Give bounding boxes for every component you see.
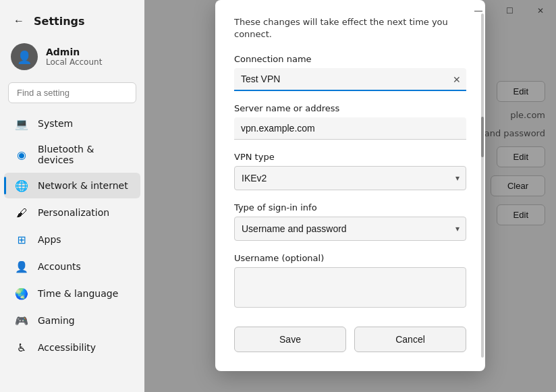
sidebar-item-label-accounts: Accounts [38, 261, 81, 272]
personalization-icon: 🖌 [15, 206, 28, 219]
sidebar-item-label-time: Time & language [38, 288, 118, 299]
gaming-icon: 🎮 [15, 314, 28, 327]
username-group: Username (optional) [234, 253, 466, 310]
vpn-type-group: VPN type IKEv2 PPTP L2TP/IPsec with cert… [234, 152, 466, 190]
save-button[interactable]: Save [234, 327, 346, 352]
cancel-button[interactable]: Cancel [354, 327, 466, 352]
avatar-icon: 👤 [17, 50, 32, 64]
time-icon: 🌏 [15, 287, 28, 300]
vpn-modal: These changes will take effect the next … [215, 0, 485, 371]
sidebar-item-label-gaming: Gaming [38, 315, 75, 326]
accounts-icon: 👤 [15, 260, 28, 273]
scrollbar-track[interactable] [481, 13, 484, 358]
username-input[interactable] [234, 267, 466, 308]
sidebar-item-label-apps: Apps [38, 234, 61, 245]
signin-label: Type of sign-in info [234, 202, 466, 213]
scrollbar-thumb [481, 117, 484, 157]
search-input[interactable] [8, 82, 136, 103]
back-button[interactable]: ← [11, 12, 27, 30]
signin-select[interactable]: Username and password Certificate One-ti… [234, 217, 466, 241]
main-content: — ☐ ✕ Edit ple.com e and password Edit C… [144, 0, 556, 392]
server-name-input[interactable] [234, 117, 466, 140]
user-info: Admin Local Account [46, 47, 102, 67]
sidebar-title: Settings [34, 15, 85, 28]
bluetooth-icon: ◉ [15, 148, 28, 161]
sidebar-item-gaming[interactable]: 🎮 Gaming [4, 308, 140, 333]
network-icon: 🌐 [15, 179, 28, 192]
server-name-label: Server name or address [234, 103, 466, 113]
back-icon: ← [13, 15, 24, 27]
user-subtitle: Local Account [46, 57, 102, 67]
vpn-type-wrapper: IKEv2 PPTP L2TP/IPsec with certificate S… [234, 166, 466, 190]
user-name: Admin [46, 47, 102, 57]
avatar: 👤 [11, 43, 38, 70]
connection-name-label: Connection name [234, 54, 466, 64]
modal-actions: Save Cancel [234, 327, 466, 352]
sidebar-item-system[interactable]: 💻 System [4, 111, 140, 136]
sidebar-item-label-accessibility: Accessibility [38, 342, 96, 353]
connection-name-wrapper: ✕ [234, 68, 466, 91]
minimize-button[interactable]: — [463, 0, 494, 22]
sidebar-item-apps[interactable]: ⊞ Apps [4, 227, 140, 252]
sidebar-item-label-personalization: Personalization [38, 207, 109, 218]
sidebar-item-network[interactable]: 🌐 Network & internet [4, 173, 140, 198]
sidebar-item-accounts[interactable]: 👤 Accounts [4, 254, 140, 279]
sidebar-item-time[interactable]: 🌏 Time & language [4, 281, 140, 306]
signin-group: Type of sign-in info Username and passwo… [234, 202, 466, 241]
sidebar-item-label-system: System [38, 118, 73, 129]
system-icon: 💻 [15, 117, 28, 130]
connection-name-clear-icon[interactable]: ✕ [453, 74, 461, 85]
vpn-type-select[interactable]: IKEv2 PPTP L2TP/IPsec with certificate S… [234, 166, 466, 190]
user-section: 👤 Admin Local Account [0, 36, 144, 80]
maximize-button[interactable]: ☐ [494, 0, 525, 22]
server-name-group: Server name or address [234, 103, 466, 140]
sidebar-item-accessibility[interactable]: ♿ Accessibility [4, 335, 140, 360]
sidebar-item-bluetooth[interactable]: ◉ Bluetooth & devices [4, 138, 140, 171]
vpn-type-label: VPN type [234, 152, 466, 162]
modal-overlay: These changes will take effect the next … [144, 0, 556, 392]
window-controls: — ☐ ✕ [463, 0, 556, 22]
connection-name-input[interactable] [234, 68, 466, 91]
sidebar-item-label-bluetooth: Bluetooth & devices [38, 144, 130, 165]
accessibility-icon: ♿ [15, 341, 28, 354]
sidebar: ← Settings 👤 Admin Local Account 💻 Syste… [0, 0, 144, 392]
sidebar-header: ← Settings [0, 0, 144, 36]
apps-icon: ⊞ [15, 233, 28, 246]
username-label: Username (optional) [234, 253, 466, 263]
connection-name-group: Connection name ✕ [234, 54, 466, 91]
close-button[interactable]: ✕ [525, 0, 556, 22]
sidebar-item-personalization[interactable]: 🖌 Personalization [4, 200, 140, 225]
modal-notice: These changes will take effect the next … [234, 16, 466, 40]
sidebar-item-label-network: Network & internet [38, 180, 128, 191]
signin-wrapper: Username and password Certificate One-ti… [234, 217, 466, 241]
